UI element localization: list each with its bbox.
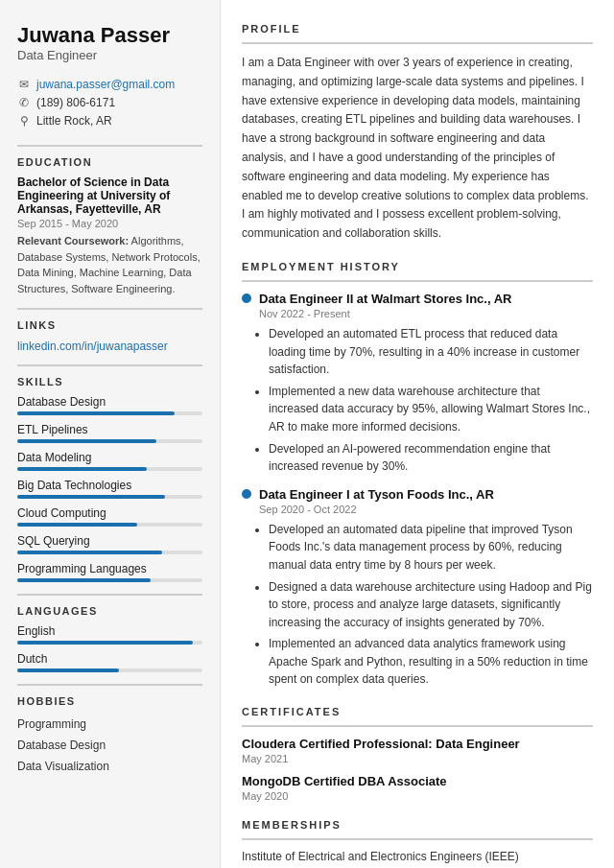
- language-label: Dutch: [17, 652, 202, 666]
- job-entry: Data Engineer II at Walmart Stores Inc.,…: [242, 292, 593, 476]
- phone-icon: ✆: [17, 96, 31, 109]
- job-dates: Nov 2022 - Present: [259, 308, 593, 319]
- skill-bar-bg: [17, 467, 202, 471]
- skill-bar-fill: [17, 523, 137, 527]
- cert-name: Cloudera Certified Professional: Data En…: [242, 737, 593, 751]
- edu-coursework: Relevant Coursework: Algorithms, Databas…: [17, 233, 202, 296]
- languages-divider: [17, 594, 202, 596]
- sidebar-contact: ✉ juwana.passer@gmail.com ✆ (189) 806-61…: [17, 78, 202, 128]
- bullet-item: Developed an AI-powered recommendation e…: [269, 440, 593, 476]
- skills-divider: [17, 364, 202, 366]
- bullet-item: Implemented a new data warehouse archite…: [269, 383, 593, 436]
- employment-list: Data Engineer II at Walmart Stores Inc.,…: [242, 292, 593, 689]
- skills-list: Database Design ETL Pipelines Data Model…: [17, 395, 202, 582]
- language-item: Dutch: [17, 652, 202, 672]
- sidebar: Juwana Passer Data Engineer ✉ juwana.pas…: [0, 0, 221, 868]
- profile-section-title: PROFILE: [242, 23, 593, 35]
- cert-date: May 2021: [242, 753, 593, 764]
- job-dot: [242, 489, 251, 499]
- links-section-title: LINKS: [17, 319, 202, 331]
- edu-divider: [17, 145, 202, 147]
- skill-item: SQL Querying: [17, 534, 202, 554]
- skill-bar-bg: [17, 439, 202, 443]
- skill-item: Database Design: [17, 395, 202, 415]
- email-icon: ✉: [17, 78, 31, 91]
- cert-name: MongoDB Certified DBA Associate: [242, 774, 593, 788]
- linkedin-link-item: linkedin.com/in/juwanapasser: [17, 339, 202, 353]
- language-item: English: [17, 624, 202, 645]
- hobby-item: Programming: [17, 715, 202, 736]
- links-divider: [17, 308, 202, 310]
- skill-label: Programming Languages: [17, 562, 202, 575]
- membership-item: Institute of Electrical and Electronics …: [242, 850, 593, 863]
- contact-email-item: ✉ juwana.passer@gmail.com: [17, 78, 202, 91]
- profile-text: I am a Data Engineer with over 3 years o…: [242, 54, 593, 244]
- certificates-list: Cloudera Certified Professional: Data En…: [242, 737, 593, 802]
- resume-wrapper: Juwana Passer Data Engineer ✉ juwana.pas…: [0, 0, 614, 868]
- certificate-item: MongoDB Certified DBA Associate May 2020: [242, 774, 593, 802]
- job-entry: Data Engineer I at Tyson Foods Inc., AR …: [242, 487, 593, 689]
- hobby-item: Database Design: [17, 736, 202, 757]
- skill-label: SQL Querying: [17, 534, 202, 548]
- skill-bar-fill: [17, 411, 175, 415]
- phone-text: (189) 806-6171: [36, 96, 115, 109]
- sidebar-name: Juwana Passer: [17, 23, 202, 48]
- skill-label: Data Modeling: [17, 451, 202, 464]
- profile-section: PROFILE I am a Data Engineer with over 3…: [242, 23, 593, 244]
- memberships-list: Institute of Electrical and Electronics …: [242, 850, 593, 868]
- certificates-divider: [242, 725, 593, 727]
- employment-divider: [242, 280, 593, 282]
- skill-bar-fill: [17, 578, 151, 582]
- coursework-label: Relevant Coursework:: [17, 235, 129, 246]
- memberships-divider: [242, 838, 593, 840]
- bullet-item: Developed an automated ETL process that …: [269, 325, 593, 379]
- job-title: Data Engineer I at Tyson Foods Inc., AR: [242, 487, 593, 502]
- certificate-item: Cloudera Certified Professional: Data En…: [242, 737, 593, 764]
- lang-bar-fill: [17, 669, 119, 672]
- job-dates: Sep 2020 - Oct 2022: [259, 504, 593, 515]
- memberships-section: MEMBERSHIPS Institute of Electrical and …: [242, 819, 593, 868]
- certificates-section: CERTIFICATES Cloudera Certified Professi…: [242, 706, 593, 802]
- hobbies-section-title: HOBBIES: [17, 695, 202, 707]
- hobbies-list: ProgrammingDatabase DesignData Visualiza…: [17, 715, 202, 777]
- employment-section: EMPLOYMENT HISTORY Data Engineer II at W…: [242, 261, 593, 689]
- skills-section-title: SKILLS: [17, 376, 202, 387]
- skill-label: ETL Pipelines: [17, 423, 202, 436]
- skill-item: ETL Pipelines: [17, 423, 202, 443]
- skill-label: Database Design: [17, 395, 202, 409]
- languages-section-title: LANGUAGES: [17, 605, 202, 617]
- skill-bar-fill: [17, 467, 147, 471]
- skill-label: Cloud Computing: [17, 506, 202, 520]
- bullet-item: Designed a data warehouse architecture u…: [269, 578, 593, 632]
- bullet-item: Developed an automated data pipeline tha…: [269, 521, 593, 575]
- job-bullets: Developed an automated ETL process that …: [269, 325, 593, 476]
- skill-item: Data Modeling: [17, 451, 202, 471]
- certificates-section-title: CERTIFICATES: [242, 706, 593, 717]
- email-link[interactable]: juwana.passer@gmail.com: [36, 78, 175, 91]
- skill-bar-fill: [17, 495, 165, 499]
- location-text: Little Rock, AR: [36, 114, 112, 128]
- languages-list: English Dutch: [17, 624, 202, 672]
- skill-bar-bg: [17, 495, 202, 499]
- lang-bar-fill: [17, 641, 193, 645]
- skill-bar-fill: [17, 439, 156, 443]
- skill-bar-fill: [17, 551, 162, 554]
- skill-item: Programming Languages: [17, 562, 202, 582]
- language-label: English: [17, 624, 202, 638]
- sidebar-job-title: Data Engineer: [17, 48, 202, 62]
- bullet-item: Implemented an advanced data analytics f…: [269, 635, 593, 689]
- employment-section-title: EMPLOYMENT HISTORY: [242, 261, 593, 272]
- contact-phone-item: ✆ (189) 806-6171: [17, 96, 202, 109]
- contact-location-item: ⚲ Little Rock, AR: [17, 114, 202, 128]
- skill-bar-bg: [17, 411, 202, 415]
- lang-bar-bg: [17, 641, 202, 645]
- skill-label: Big Data Technologies: [17, 479, 202, 492]
- edu-degree: Bachelor of Science in Data Engineering …: [17, 176, 202, 216]
- edu-dates: Sep 2015 - May 2020: [17, 218, 202, 229]
- linkedin-link[interactable]: linkedin.com/in/juwanapasser: [17, 340, 168, 353]
- skill-item: Big Data Technologies: [17, 479, 202, 499]
- hobby-item: Data Visualization: [17, 757, 202, 778]
- edu-section-title: EDUCATION: [17, 156, 202, 168]
- profile-divider: [242, 42, 593, 44]
- job-dot: [242, 293, 251, 303]
